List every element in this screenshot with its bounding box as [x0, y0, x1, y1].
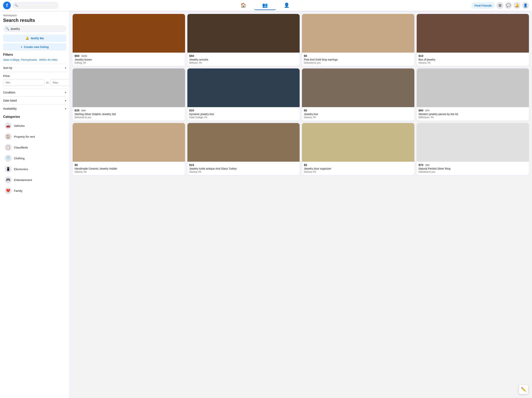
product-location: Altoona, PA: [304, 170, 412, 173]
category-icon: ❤️: [5, 187, 12, 194]
product-card[interactable]: $5 Pink And Gold drop earrings Delivered…: [302, 14, 414, 66]
messenger-button[interactable]: 💬: [505, 2, 512, 9]
category-icon: 🎮: [5, 176, 12, 183]
page-layout: Marketplace Search results 🔍 🔔 Notify Me…: [0, 11, 532, 398]
availability-label: Availability: [3, 107, 17, 110]
product-card[interactable]: $50 $150 Jewelry boxes Drifting, PA: [73, 14, 185, 66]
filters-title: Filters: [3, 53, 66, 57]
date-listed-filter[interactable]: Date listed ▾: [3, 96, 66, 104]
sidebar-item-vehicles[interactable]: 🚗 Vehicles: [3, 120, 66, 131]
product-image: [302, 68, 414, 107]
notifications-button[interactable]: 🔔: [513, 2, 520, 9]
condition-filter[interactable]: Condition ▾: [3, 88, 66, 96]
product-image: [187, 123, 300, 162]
sidebar-item-property[interactable]: 🏠 Property for rent: [3, 131, 66, 142]
category-label: Property for rent: [14, 135, 35, 138]
product-card[interactable]: $10 Box of jewelry Altoona, PA: [417, 14, 529, 66]
product-location: Delivered to you: [419, 170, 527, 173]
search-input-wrap[interactable]: 🔍: [3, 25, 66, 32]
product-image: [417, 123, 529, 162]
product-price-row: $70 $85: [419, 163, 527, 167]
product-info: $5 Jewelry door organizer Altoona, PA: [302, 162, 414, 175]
friends-nav-btn[interactable]: 👥: [254, 1, 276, 10]
product-card[interactable]: $10 Dynamic jewelry box State College, P…: [187, 68, 300, 121]
product-price-row: $50 $150: [75, 54, 183, 58]
top-navigation: f 🔍 🏠 👥 👤 Find Friends ⊞ 💬 🔔 👤: [0, 0, 532, 11]
floating-action-button[interactable]: ✏️: [519, 385, 528, 394]
sidebar-item-electronics[interactable]: 📱 Electronics: [3, 164, 66, 174]
bell-icon: 🔔: [25, 36, 29, 40]
availability-filter[interactable]: Availability ▾: [3, 104, 66, 112]
sidebar-item-family[interactable]: ❤️ Family: [3, 185, 66, 196]
product-card[interactable]: $70 $85 Natural Peridot Silver Ring Deli…: [417, 123, 529, 175]
product-name: Jewelry armoire: [189, 58, 298, 61]
category-icon: 👕: [5, 155, 12, 162]
grid-menu-button[interactable]: ⊞: [496, 2, 503, 9]
product-name: Box of jewelry: [419, 58, 527, 61]
product-image: [302, 14, 414, 52]
product-location: Delivered to you: [75, 116, 183, 119]
breadcrumb: Marketplace: [3, 14, 66, 17]
product-location: Mifflintown, PA: [419, 116, 527, 119]
plus-icon: +: [21, 45, 22, 49]
product-card[interactable]: $5 Jewelry box Altoona, PA: [302, 68, 414, 121]
product-name: Jewelry door organizer: [304, 167, 412, 170]
product-info: $5 Handmade Ceramic Jewelry Holder Altoo…: [73, 162, 185, 175]
sort-by-filter[interactable]: Sort by ▾: [3, 64, 66, 72]
product-price: $10: [419, 54, 424, 58]
product-info: $5 Pink And Gold drop earrings Delivered…: [302, 52, 414, 66]
chevron-down-icon: ▾: [65, 66, 66, 69]
price-to-label: to: [46, 81, 49, 84]
product-location: Altoona, PA: [189, 170, 298, 173]
product-name: Pink And Gold drop earrings: [304, 58, 412, 61]
product-image: [417, 14, 529, 52]
product-card[interactable]: $15 Jewelry turtle antique And Glass Tur…: [187, 123, 300, 175]
product-image: [302, 123, 414, 162]
product-image: [417, 68, 529, 107]
product-name: Handmade Ceramic Jewelry Holder: [75, 167, 183, 170]
location-link[interactable]: State College, Pennsylvania · Within 40 …: [3, 58, 66, 61]
product-price: $5: [304, 54, 307, 58]
sidebar-item-classifieds[interactable]: 📋 Classifieds: [3, 142, 66, 153]
sidebar-item-clothing[interactable]: 👕 Clothing: [3, 153, 66, 164]
product-price: $70: [419, 163, 424, 167]
groups-nav-btn[interactable]: 👤: [276, 1, 298, 10]
search-input[interactable]: [11, 27, 64, 30]
product-price-row: $50: [189, 54, 298, 58]
product-card[interactable]: $50 Jewelry armoire Millheim, PA: [187, 14, 300, 66]
price-min-input[interactable]: [3, 79, 45, 86]
product-name: Dynamic jewelry box: [189, 112, 298, 116]
category-label: Family: [14, 189, 22, 192]
product-card[interactable]: $5 Jewelry door organizer Altoona, PA: [302, 123, 414, 175]
category-icon: 🚗: [5, 122, 12, 129]
categories-list: 🚗 Vehicles 🏠 Property for rent 📋 Classif…: [3, 120, 66, 196]
product-price-row: $5: [304, 54, 412, 58]
find-friends-button[interactable]: Find Friends: [471, 2, 495, 9]
category-icon: 📋: [5, 144, 12, 151]
search-box[interactable]: 🔍: [12, 2, 59, 9]
price-max-input[interactable]: [50, 79, 70, 86]
product-card[interactable]: $5 Handmade Ceramic Jewelry Holder Altoo…: [73, 123, 185, 175]
product-info: $35 $40 Sterling Silver Dolphin Jewelry …: [73, 107, 185, 121]
product-info: $10 Dynamic jewelry box State College, P…: [187, 107, 300, 121]
category-label: Electronics: [14, 168, 28, 171]
product-card[interactable]: $60 $75 Western jewelry pieces by the lo…: [417, 68, 529, 121]
product-price: $35: [75, 109, 79, 112]
search-icon: 🔍: [15, 4, 18, 7]
home-nav-btn[interactable]: 🏠: [233, 1, 254, 10]
product-info: $70 $85 Natural Peridot Silver Ring Deli…: [417, 162, 529, 175]
facebook-logo[interactable]: f: [3, 1, 11, 9]
product-card[interactable]: $35 $40 Sterling Silver Dolphin Jewelry …: [73, 68, 185, 121]
product-original-price: $150: [81, 55, 87, 58]
sidebar-item-entertainment[interactable]: 🎮 Entertainment: [3, 174, 66, 185]
date-listed-label: Date listed: [3, 99, 17, 102]
create-listing-button[interactable]: + Create new listing: [3, 43, 66, 51]
product-price: $5: [75, 163, 78, 167]
product-name: Jewelry boxes: [75, 58, 183, 61]
product-image: [73, 14, 185, 52]
main-content: $50 $150 Jewelry boxes Drifting, PA $50 …: [70, 11, 532, 398]
product-price: $15: [189, 163, 194, 167]
notify-me-button[interactable]: 🔔 Notify Me: [3, 34, 66, 42]
profile-button[interactable]: 👤: [522, 2, 529, 9]
product-location: Delivered to you: [304, 61, 412, 64]
